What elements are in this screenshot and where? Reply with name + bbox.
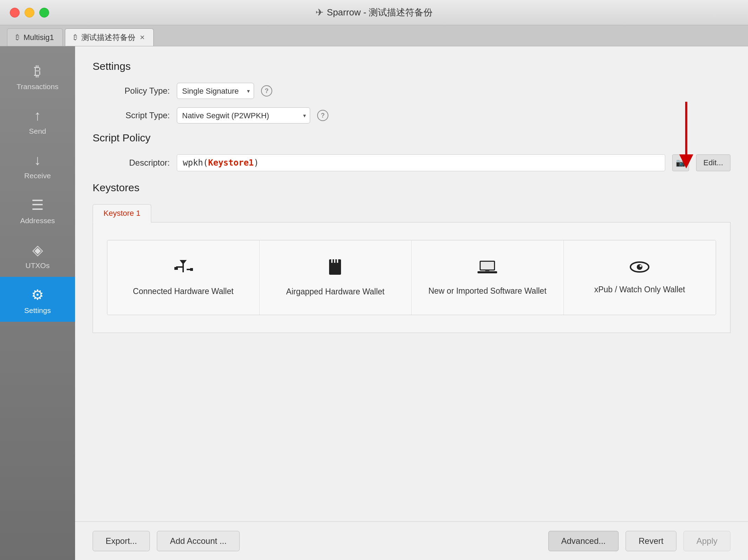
settings-panel: Settings Policy Type: Single Signature M… xyxy=(75,46,748,521)
script-type-select[interactable]: Native Segwit (P2WPKH) Nested Segwit (P2… xyxy=(177,107,310,124)
receive-icon: ↓ xyxy=(34,152,41,168)
sidebar-item-send[interactable]: ↑ Send xyxy=(0,98,75,142)
keystore-tab-bar: Keystore 1 xyxy=(93,204,730,222)
sidebar-receive-label: Receive xyxy=(24,172,51,180)
script-type-help-icon[interactable]: ? xyxy=(317,110,328,121)
bottom-bar: Export... Add Account ... Advanced... Re… xyxy=(75,521,748,560)
maximize-button[interactable] xyxy=(39,8,49,18)
laptop-icon xyxy=(477,259,498,278)
keystores-title: Keystores xyxy=(93,182,730,194)
sidebar-settings-label: Settings xyxy=(24,306,51,315)
sidebar-item-addresses[interactable]: ☰ Addresses xyxy=(0,187,75,232)
export-button[interactable]: Export... xyxy=(93,531,150,551)
svg-rect-9 xyxy=(331,259,333,263)
xpub-watch-only-wallet-option[interactable]: xPub / Watch Only Wallet xyxy=(564,240,716,315)
policy-type-help-icon[interactable]: ? xyxy=(261,85,272,96)
policy-type-select[interactable]: Single Signature Multi Signature xyxy=(177,83,254,99)
title-bar: ✈ Sparrow - 测试描述符备份 xyxy=(0,0,748,25)
bitcoin-icon: ₿ xyxy=(16,33,19,41)
tab-label-2: 测试描述符备份 xyxy=(81,32,135,43)
bottom-right-actions: Advanced... Revert Apply xyxy=(548,531,730,551)
sidebar: ₿ Transactions ↑ Send ↓ Receive ☰ Addres… xyxy=(0,46,75,560)
traffic-lights xyxy=(0,8,49,18)
sidebar-item-settings[interactable]: ⚙ Settings xyxy=(0,277,75,322)
tab-bar: ₿ Multisig1 ₿ 测试描述符备份 ✕ xyxy=(0,25,748,46)
descriptor-row: Descriptor: wpkh(Keystore1) xyxy=(93,154,730,171)
wallet-options-grid: Connected Hardware Wallet xyxy=(107,240,716,315)
tab-test-descriptor[interactable]: ₿ 测试描述符备份 ✕ xyxy=(65,28,154,46)
bottom-left-actions: Export... Add Account ... xyxy=(93,531,240,551)
svg-marker-3 xyxy=(180,260,187,265)
sidebar-item-utxos[interactable]: ◈ UTXOs xyxy=(0,232,75,277)
tab-multisig1[interactable]: ₿ Multisig1 xyxy=(7,28,63,46)
new-imported-software-wallet-option[interactable]: New or Imported Software Wallet xyxy=(412,240,564,315)
svg-rect-13 xyxy=(481,262,494,269)
svg-rect-10 xyxy=(334,259,335,263)
svg-rect-11 xyxy=(337,259,338,263)
add-account-button[interactable]: Add Account ... xyxy=(157,531,239,551)
sidebar-item-transactions[interactable]: ₿ Transactions xyxy=(0,53,75,98)
sidebar-addresses-label: Addresses xyxy=(20,216,55,225)
revert-button[interactable]: Revert xyxy=(626,531,676,551)
svg-rect-7 xyxy=(190,268,193,271)
policy-type-row: Policy Type: Single Signature Multi Sign… xyxy=(93,83,730,99)
keystores-section: Keystores Keystore 1 xyxy=(93,182,730,333)
descriptor-field[interactable]: wpkh(Keystore1) xyxy=(177,154,665,171)
keystore-tab-1[interactable]: Keystore 1 xyxy=(93,204,151,222)
sidebar-transactions-label: Transactions xyxy=(16,82,58,91)
bitcoin-icon-2: ₿ xyxy=(74,33,77,41)
script-policy-section: Script Policy Descriptor: wpkh(Keystore1… xyxy=(93,132,730,171)
airgapped-hardware-wallet-label: Airgapped Hardware Wallet xyxy=(286,286,385,297)
advanced-button[interactable]: Advanced... xyxy=(548,531,619,551)
apply-button[interactable]: Apply xyxy=(683,531,730,551)
svg-point-18 xyxy=(640,265,642,267)
content-area: Settings Policy Type: Single Signature M… xyxy=(75,46,748,560)
eye-icon xyxy=(629,260,650,277)
minimize-button[interactable] xyxy=(25,8,34,18)
send-icon: ↑ xyxy=(34,108,41,124)
sidebar-send-label: Send xyxy=(29,127,46,135)
svg-marker-1 xyxy=(679,154,693,168)
usb-icon xyxy=(173,258,194,279)
sd-card-icon xyxy=(326,258,345,279)
xpub-watch-only-wallet-label: xPub / Watch Only Wallet xyxy=(594,284,685,295)
addresses-icon: ☰ xyxy=(31,197,44,213)
main-layout: ₿ Transactions ↑ Send ↓ Receive ☰ Addres… xyxy=(0,46,748,560)
script-type-row: Script Type: Native Segwit (P2WPKH) Nest… xyxy=(93,107,730,124)
sidebar-item-receive[interactable]: ↓ Receive xyxy=(0,142,75,187)
settings-title: Settings xyxy=(93,60,730,72)
script-type-select-wrapper[interactable]: Native Segwit (P2WPKH) Nested Segwit (P2… xyxy=(177,107,310,124)
descriptor-key: Keystore1 xyxy=(208,158,254,168)
airgapped-hardware-wallet-option[interactable]: Airgapped Hardware Wallet xyxy=(260,240,412,315)
script-policy-title: Script Policy xyxy=(93,132,730,144)
svg-rect-5 xyxy=(174,267,178,270)
keystore-content: Connected Hardware Wallet xyxy=(93,222,730,333)
svg-rect-15 xyxy=(485,271,489,272)
utxos-icon: ◈ xyxy=(32,242,43,258)
connected-hardware-wallet-label: Connected Hardware Wallet xyxy=(133,286,234,297)
descriptor-suffix: ) xyxy=(254,158,259,168)
bitcoin-transactions-icon: ₿ xyxy=(34,63,41,79)
tab-label: Multisig1 xyxy=(24,33,54,42)
connected-hardware-wallet-option[interactable]: Connected Hardware Wallet xyxy=(107,240,260,315)
close-button[interactable] xyxy=(10,8,20,18)
settings-icon: ⚙ xyxy=(31,287,44,303)
descriptor-label: Descriptor: xyxy=(93,158,170,168)
policy-type-select-wrapper[interactable]: Single Signature Multi Signature ▾ xyxy=(177,83,254,99)
sidebar-utxos-label: UTXOs xyxy=(26,261,50,270)
new-imported-software-wallet-label: New or Imported Software Wallet xyxy=(428,285,547,296)
window-title: ✈ Sparrow - 测试描述符备份 xyxy=(315,6,433,19)
tab-close-icon[interactable]: ✕ xyxy=(140,34,145,41)
edit-button[interactable]: Edit... xyxy=(696,154,730,171)
descriptor-prefix: wpkh( xyxy=(183,158,208,168)
red-arrow-annotation xyxy=(665,98,693,171)
svg-point-17 xyxy=(637,264,642,270)
policy-type-label: Policy Type: xyxy=(93,86,170,96)
script-type-label: Script Type: xyxy=(93,111,170,120)
sparrow-icon: ✈ xyxy=(315,7,323,18)
